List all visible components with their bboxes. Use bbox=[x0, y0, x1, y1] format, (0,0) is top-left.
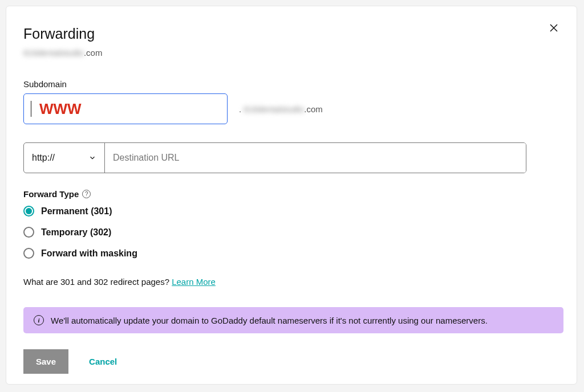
destination-url-input[interactable] bbox=[105, 143, 526, 173]
domain-name: 616dentalstudio.com bbox=[23, 48, 559, 58]
domain-suffix: .com bbox=[84, 48, 103, 58]
nameserver-notice: i We'll automatically update your domain… bbox=[23, 307, 563, 333]
learn-text: What are 301 and 302 redirect pages? bbox=[23, 277, 172, 287]
subdomain-input[interactable]: WWW bbox=[23, 93, 228, 124]
cancel-button[interactable]: Cancel bbox=[89, 357, 117, 366]
radio-icon bbox=[23, 227, 34, 238]
radio-temporary-302[interactable]: Temporary (302) bbox=[23, 227, 559, 238]
close-button[interactable] bbox=[547, 21, 561, 35]
radio-icon bbox=[23, 248, 34, 259]
forwarding-modal: Forwarding 616dentalstudio.com Subdomain… bbox=[6, 6, 577, 385]
protocol-value: http:// bbox=[32, 153, 55, 163]
protocol-select[interactable]: http:// bbox=[24, 143, 105, 173]
radio-label: Permanent (301) bbox=[41, 206, 112, 217]
subdomain-value: WWW bbox=[39, 100, 82, 118]
save-button[interactable]: Save bbox=[23, 349, 68, 374]
chevron-down-icon bbox=[88, 154, 96, 162]
button-row: Save Cancel bbox=[23, 349, 559, 374]
subdomain-row: WWW . 616dentalstudio.com bbox=[23, 93, 559, 124]
radio-icon bbox=[23, 206, 34, 217]
text-cursor bbox=[31, 101, 31, 117]
destination-url-row: http:// bbox=[23, 142, 526, 173]
page-title: Forwarding bbox=[23, 26, 559, 42]
forward-type-radio-group: Permanent (301) Temporary (302) Forward … bbox=[23, 206, 559, 259]
radio-forward-masking[interactable]: Forward with masking bbox=[23, 248, 559, 259]
suffix-tld: .com bbox=[304, 104, 323, 114]
subdomain-label: Subdomain bbox=[23, 79, 559, 89]
close-icon bbox=[549, 23, 559, 33]
forward-type-label-row: Forward Type ? bbox=[23, 189, 559, 199]
suffix-blurred-part: 616dentalstudio bbox=[244, 104, 304, 114]
domain-blurred-part: 616dentalstudio bbox=[23, 48, 84, 58]
forward-type-label: Forward Type bbox=[23, 189, 79, 199]
radio-permanent-301[interactable]: Permanent (301) bbox=[23, 206, 559, 217]
help-icon[interactable]: ? bbox=[82, 190, 91, 198]
notice-text: We'll automatically update your domain t… bbox=[51, 316, 488, 325]
radio-label: Temporary (302) bbox=[41, 227, 111, 238]
learn-more-link[interactable]: Learn More bbox=[172, 277, 216, 287]
radio-label: Forward with masking bbox=[41, 248, 137, 259]
learn-more-row: What are 301 and 302 redirect pages? Lea… bbox=[23, 277, 559, 287]
info-icon: i bbox=[34, 315, 44, 325]
subdomain-domain-suffix: . 616dentalstudio.com bbox=[239, 104, 323, 114]
